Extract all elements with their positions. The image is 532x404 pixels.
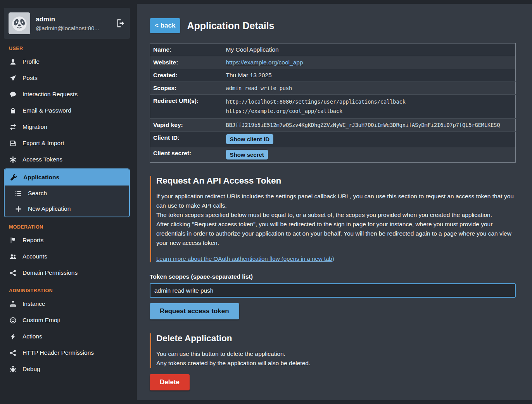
- floppy-disk-icon: [9, 140, 17, 147]
- detail-label: Vapid key:: [150, 119, 223, 132]
- request-token-paragraph: If your application redirect URIs includ…: [156, 192, 516, 210]
- request-token-paragraph: After clicking "Request access token", y…: [156, 220, 516, 248]
- delete-paragraph: You can use this button to delete the ap…: [156, 349, 516, 359]
- comment-icon: [9, 91, 17, 98]
- sidebar-item-profile[interactable]: Profile: [4, 54, 130, 70]
- sidebar-nav-moderation: Reports Accounts Domain Permissions: [4, 232, 130, 281]
- sidebar-item-email-password[interactable]: Email & Password: [4, 102, 130, 119]
- detail-label: Client secret:: [150, 147, 223, 163]
- sidebar-nav-user: Profile Posts Interaction Requests Email…: [4, 54, 130, 217]
- sidebar-item-label: Migration: [22, 123, 47, 130]
- table-row-website: Website: https://example.org/cool_app: [150, 56, 516, 69]
- table-row-client-id: Client ID: Show client ID: [150, 132, 516, 147]
- sidebar-nav-administration: Instance Custom Emoji Actions HTTP Heade…: [4, 296, 130, 377]
- sidebar-item-label: Instance: [22, 300, 45, 307]
- sidebar-item-label: Email & Password: [22, 107, 71, 114]
- smiley-icon: [9, 317, 17, 324]
- section-label-moderation: MODERATION: [9, 224, 130, 230]
- lock-icon: [9, 108, 17, 114]
- header-row: < back Application Details: [150, 18, 516, 33]
- user-handle: @admin@localhost:80...: [36, 25, 99, 31]
- sidebar-item-label: New Application: [28, 205, 71, 212]
- detail-value: http://localhost:8080/settings/user/appl…: [223, 95, 516, 119]
- detail-value: admin read write push: [223, 82, 516, 95]
- sidebar-item-accounts[interactable]: Accounts: [4, 248, 130, 265]
- user-card[interactable]: admin @admin@localhost:80...: [4, 8, 130, 39]
- application-details-table: Name: My Cool Application Website: https…: [150, 43, 516, 163]
- sidebar-item-reports[interactable]: Reports: [4, 232, 130, 248]
- sidebar-item-label: Actions: [22, 333, 42, 340]
- show-client-id-button[interactable]: Show client ID: [226, 134, 274, 144]
- section-label-administration: ADMINISTRATION: [9, 288, 130, 293]
- section-label-user: USER: [9, 46, 130, 51]
- sidebar-item-label: Reports: [22, 237, 43, 244]
- sidebar-item-domain-permissions[interactable]: Domain Permissions: [4, 265, 130, 281]
- sidebar-item-debug[interactable]: Debug: [4, 361, 130, 377]
- website-link[interactable]: https://example.org/cool_app: [226, 59, 303, 66]
- main-content: < back Application Details Name: My Cool…: [137, 4, 532, 400]
- detail-label: Scopes:: [150, 82, 223, 95]
- users-icon: [9, 253, 17, 260]
- sidebar-item-label: Interaction Requests: [22, 91, 78, 98]
- transfer-arrows-icon: [9, 124, 17, 130]
- delete-application-heading: Delete Application: [156, 333, 516, 343]
- sloth-avatar: [9, 12, 30, 34]
- applications-group: Applications Search New Application: [4, 168, 130, 217]
- page-title: Application Details: [187, 20, 274, 31]
- token-scopes-label: Token scopes (space-separated list): [150, 273, 516, 280]
- bolt-icon: [9, 333, 17, 340]
- table-row-created: Created: Thu Mar 13 2025: [150, 69, 516, 82]
- sidebar-item-custom-emoji[interactable]: Custom Emoji: [4, 312, 130, 328]
- show-secret-button[interactable]: Show secret: [226, 150, 268, 160]
- sidebar-item-label: HTTP Header Permissions: [22, 349, 94, 356]
- sidebar-item-posts[interactable]: Posts: [4, 70, 130, 86]
- detail-label: Name:: [150, 43, 223, 56]
- sidebar-item-new-application[interactable]: New Application: [5, 201, 129, 217]
- sidebar-item-label: Applications: [23, 174, 59, 181]
- flag-icon: [9, 237, 17, 244]
- token-scopes-input[interactable]: [150, 283, 516, 298]
- detail-label: Client ID:: [150, 132, 223, 147]
- detail-label: Created:: [150, 69, 223, 82]
- sidebar-item-label: Custom Emoji: [22, 317, 60, 324]
- sign-out-icon[interactable]: [117, 19, 125, 28]
- delete-application-section: Delete Application You can use this butt…: [150, 333, 516, 368]
- delete-paragraph: Any tokens created by the application wi…: [156, 359, 516, 368]
- user-icon: [9, 59, 17, 65]
- request-token-heading: Request An API Access Token: [156, 176, 516, 186]
- table-row-client-secret: Client secret: Show secret: [150, 147, 516, 163]
- detail-value: BBJffJ219b5iE512m7wQSzv4KgKDhgZZVzNyWC_r…: [223, 119, 516, 132]
- sidebar: admin @admin@localhost:80... USER Profil…: [0, 0, 134, 404]
- redirect-uri-1: http://localhost:8080/settings/user/appl…: [226, 97, 513, 107]
- share-nodes-icon: [9, 350, 17, 356]
- sidebar-item-access-tokens[interactable]: Access Tokens: [4, 151, 130, 168]
- detail-value: Thu Mar 13 2025: [223, 69, 516, 82]
- paper-plane-icon: [9, 75, 17, 81]
- request-token-paragraph: The token scopes specified below must be…: [156, 210, 516, 220]
- sidebar-item-actions[interactable]: Actions: [4, 328, 130, 345]
- back-button[interactable]: < back: [150, 18, 180, 33]
- sidebar-item-applications-search[interactable]: Search: [5, 186, 129, 201]
- user-meta: admin @admin@localhost:80...: [36, 16, 99, 31]
- detail-value: My Cool Application: [223, 43, 516, 56]
- delete-button[interactable]: Delete: [150, 374, 190, 390]
- asterisk-icon: [9, 156, 17, 163]
- sidebar-item-export-import[interactable]: Export & Import: [4, 135, 130, 151]
- sidebar-item-interaction-requests[interactable]: Interaction Requests: [4, 86, 130, 102]
- sidebar-item-migration[interactable]: Migration: [4, 119, 130, 135]
- sidebar-item-label: Accounts: [22, 253, 47, 260]
- plus-icon: [15, 206, 22, 212]
- list-icon: [15, 190, 22, 197]
- request-access-token-button[interactable]: Request access token: [150, 303, 239, 319]
- table-row-vapid-key: Vapid key: BBJffJ219b5iE512m7wQSzv4KgKDh…: [150, 119, 516, 132]
- oauth-docs-link[interactable]: Learn more about the OAuth authenticatio…: [156, 255, 334, 262]
- wrench-icon: [10, 174, 17, 181]
- sidebar-item-label: Domain Permissions: [22, 269, 78, 276]
- sidebar-item-instance[interactable]: Instance: [4, 296, 130, 312]
- sidebar-item-label: Export & Import: [22, 140, 64, 147]
- user-name: admin: [36, 16, 99, 23]
- sidebar-item-http-header-permissions[interactable]: HTTP Header Permissions: [4, 345, 130, 361]
- share-nodes-icon: [9, 270, 17, 276]
- detail-label: Website:: [150, 56, 223, 69]
- sidebar-item-applications[interactable]: Applications: [5, 169, 129, 186]
